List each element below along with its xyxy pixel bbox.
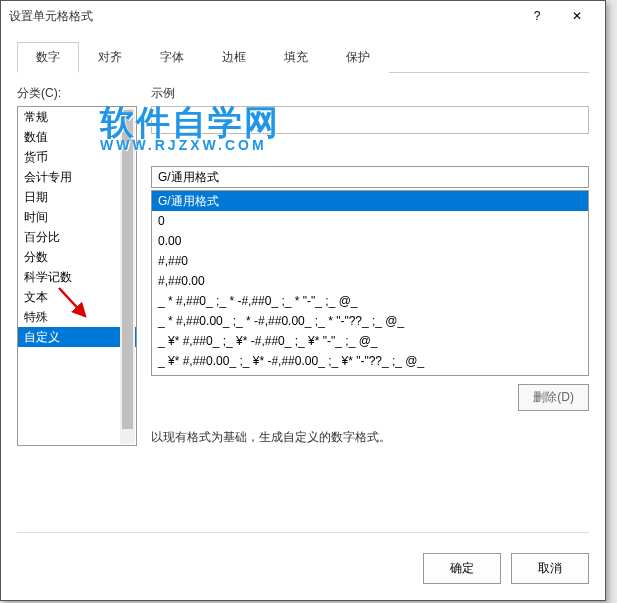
dialog-title: 设置单元格格式 xyxy=(9,8,517,25)
format-item[interactable]: #,##0.00 xyxy=(152,271,588,291)
tabs: 数字对齐字体边框填充保护 xyxy=(17,41,589,73)
format-input-row xyxy=(151,166,589,188)
hint-text: 以现有格式为基础，生成自定义的数字格式。 xyxy=(151,429,589,446)
tab-1[interactable]: 对齐 xyxy=(79,42,141,73)
category-item[interactable]: 自定义 xyxy=(18,327,136,347)
scrollbar-thumb[interactable] xyxy=(122,110,133,429)
format-item[interactable]: _ ¥* #,##0_ ;_ ¥* -#,##0_ ;_ ¥* "-"_ ;_ … xyxy=(152,331,588,351)
tab-4[interactable]: 填充 xyxy=(265,42,327,73)
dialog-body: 数字对齐字体边框填充保护 分类(C): 常规数值货币会计专用日期时间百分比分数科… xyxy=(1,31,605,600)
tab-3[interactable]: 边框 xyxy=(203,42,265,73)
format-item[interactable]: _ ¥* #,##0.00_ ;_ ¥* -#,##0.00_ ;_ ¥* "-… xyxy=(152,351,588,371)
format-item[interactable]: G/通用格式 xyxy=(152,191,588,211)
format-input[interactable] xyxy=(151,166,589,188)
tab-2[interactable]: 字体 xyxy=(141,42,203,73)
example-label: 示例 xyxy=(151,85,589,102)
ok-button[interactable]: 确定 xyxy=(423,553,501,584)
cancel-button[interactable]: 取消 xyxy=(511,553,589,584)
content: 分类(C): 常规数值货币会计专用日期时间百分比分数科学记数文本特殊自定义 示例… xyxy=(17,85,589,532)
format-item[interactable]: 0.00 xyxy=(152,231,588,251)
category-item[interactable]: 常规 xyxy=(18,107,136,127)
help-button[interactable]: ? xyxy=(517,1,557,31)
right-panel: 示例 G/通用格式00.00#,##0#,##0.00_ * #,##0_ ;_… xyxy=(151,85,589,532)
format-item[interactable]: _ * #,##0_ ;_ * -#,##0_ ;_ * "-"_ ;_ @_ xyxy=(152,291,588,311)
left-panel: 分类(C): 常规数值货币会计专用日期时间百分比分数科学记数文本特殊自定义 xyxy=(17,85,137,532)
delete-button[interactable]: 删除(D) xyxy=(518,384,589,411)
category-item[interactable]: 时间 xyxy=(18,207,136,227)
category-item[interactable]: 特殊 xyxy=(18,307,136,327)
format-cells-dialog: 设置单元格格式 ? ✕ 数字对齐字体边框填充保护 分类(C): 常规数值货币会计… xyxy=(0,0,606,601)
footer: 确定 取消 xyxy=(17,532,589,584)
category-list[interactable]: 常规数值货币会计专用日期时间百分比分数科学记数文本特殊自定义 xyxy=(17,106,137,446)
format-item[interactable]: 0 xyxy=(152,211,588,231)
category-item[interactable]: 分数 xyxy=(18,247,136,267)
format-list[interactable]: G/通用格式00.00#,##0#,##0.00_ * #,##0_ ;_ * … xyxy=(151,190,589,376)
category-label: 分类(C): xyxy=(17,85,137,102)
category-item[interactable]: 会计专用 xyxy=(18,167,136,187)
category-item[interactable]: 货币 xyxy=(18,147,136,167)
scrollbar[interactable] xyxy=(120,108,135,444)
tab-0[interactable]: 数字 xyxy=(17,42,79,73)
close-button[interactable]: ✕ xyxy=(557,1,597,31)
format-item[interactable]: #,##0 xyxy=(152,251,588,271)
format-item[interactable]: _ * #,##0.00_ ;_ * -#,##0.00_ ;_ * "-"??… xyxy=(152,311,588,331)
example-box xyxy=(151,106,589,134)
category-item[interactable]: 科学记数 xyxy=(18,267,136,287)
category-item[interactable]: 日期 xyxy=(18,187,136,207)
category-item[interactable]: 数值 xyxy=(18,127,136,147)
category-item[interactable]: 百分比 xyxy=(18,227,136,247)
format-item[interactable]: #,##0;-#,##0 xyxy=(152,371,588,376)
tab-5[interactable]: 保护 xyxy=(327,42,389,73)
titlebar: 设置单元格格式 ? ✕ xyxy=(1,1,605,31)
category-item[interactable]: 文本 xyxy=(18,287,136,307)
